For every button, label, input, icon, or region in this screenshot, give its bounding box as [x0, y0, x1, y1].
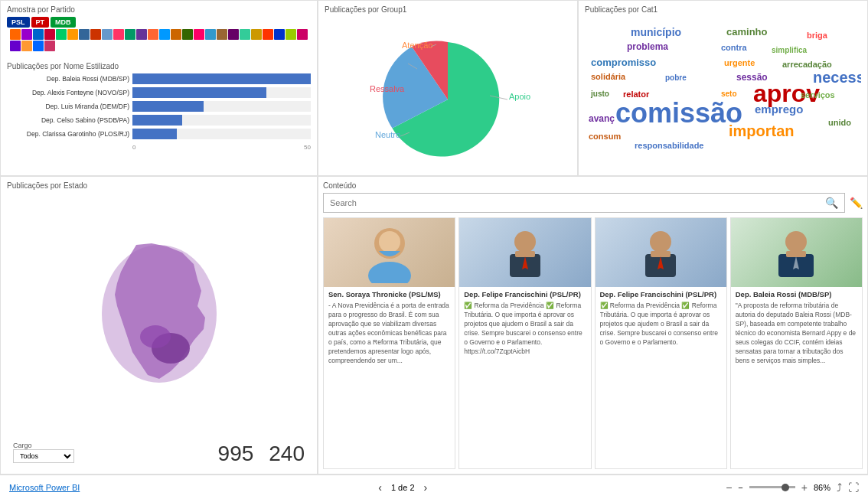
word-simplifica[interactable]: simplifica	[772, 46, 807, 54]
color-block[interactable]	[263, 29, 273, 40]
zoom-plus-button[interactable]: +	[801, 481, 808, 494]
wordcloud-panel: Publicações por Cat1 comissão aprov impo…	[578, 0, 868, 176]
content-card-1[interactable]: Sen. Soraya Thronicke (PSL/MS) - A Nova …	[323, 217, 455, 469]
bar-outer[interactable]	[132, 115, 311, 126]
card-name-3: Dep. Felipe Francischini (PSL/PR)	[600, 290, 722, 299]
bar-label: Dep. Alexis Fonteyne (NOVO/SP)	[7, 89, 129, 96]
color-block[interactable]	[251, 29, 262, 40]
search-box[interactable]: 🔍	[323, 193, 845, 213]
color-block[interactable]	[274, 29, 285, 40]
word-caminho[interactable]: caminho	[726, 26, 767, 38]
color-block[interactable]	[33, 41, 44, 51]
word-compromisso[interactable]: compromisso	[591, 57, 656, 68]
content-card-3[interactable]: Dep. Felipe Francischini (PSL/PR) ✅ Refo…	[595, 217, 727, 469]
word-unido[interactable]: unido	[828, 118, 851, 127]
search-icon[interactable]: 🔍	[825, 197, 838, 209]
color-block[interactable]	[228, 29, 239, 40]
color-block[interactable]	[194, 29, 204, 40]
brazil-highlight2	[140, 325, 171, 348]
fullscreen-icon[interactable]: ⛶	[848, 481, 859, 494]
color-block[interactable]	[56, 29, 67, 40]
cat1-title: Publicações por Cat1	[585, 5, 861, 14]
color-block[interactable]	[125, 29, 135, 40]
color-block[interactable]	[182, 29, 193, 40]
color-block[interactable]	[44, 29, 55, 40]
partido-pt[interactable]: PT	[31, 17, 50, 28]
bar-outer[interactable]	[132, 129, 311, 139]
color-block[interactable]	[10, 41, 21, 51]
color-block[interactable]	[159, 29, 170, 40]
powerbi-link[interactable]: Microsoft Power BI	[9, 483, 80, 492]
partido-mdb[interactable]: MDB	[51, 17, 76, 28]
color-block[interactable]	[90, 29, 101, 40]
color-block[interactable]	[67, 29, 78, 40]
cargo-select[interactable]: Todos Deputado Senador	[13, 449, 74, 463]
color-block[interactable]	[217, 29, 227, 40]
word-pobre[interactable]: pobre	[665, 73, 687, 82]
content-card-2[interactable]: Dep. Felipe Francischini (PSL/PR) ✅ Refo…	[458, 217, 591, 469]
word-justo[interactable]: justo	[591, 90, 609, 98]
bottom-right: − − + 86% ⤴ ⛶	[726, 481, 859, 494]
stat-num-1: 995	[218, 442, 254, 466]
color-block[interactable]	[10, 29, 21, 40]
prev-page-button[interactable]: ‹	[375, 481, 385, 494]
color-block[interactable]	[205, 29, 216, 40]
word-comissao[interactable]: comissão	[615, 97, 742, 129]
color-block[interactable]	[297, 29, 308, 40]
bar-label: Dep. Luis Miranda (DEM/DF)	[7, 103, 129, 110]
content-card-4[interactable]: Dep. Baleia Rossi (MDB/SP) "A proposta d…	[730, 217, 863, 469]
word-problema[interactable]: problema	[627, 41, 668, 52]
card-image-3	[596, 218, 726, 287]
bar-outer[interactable]	[132, 73, 311, 84]
word-servicos[interactable]: serviços	[801, 90, 835, 99]
svg-rect-17	[786, 251, 806, 257]
zoom-slider[interactable]	[749, 486, 795, 488]
color-block[interactable]	[79, 29, 90, 40]
word-emprego[interactable]: emprego	[755, 103, 803, 116]
bar-outer[interactable]	[132, 101, 311, 112]
color-block[interactable]	[102, 29, 113, 40]
word-importan[interactable]: importan	[729, 122, 795, 140]
stat-num-2: 240	[269, 442, 305, 466]
color-block[interactable]	[113, 29, 124, 40]
word-relator[interactable]: relator	[623, 90, 649, 99]
share-icon[interactable]: ⤴	[837, 481, 842, 494]
bar-outer[interactable]	[132, 87, 311, 98]
search-input[interactable]	[330, 198, 825, 207]
partido-panel: Amostra por Partido PSL PT MDB	[0, 0, 318, 176]
group1-title: Publicações por Group1	[325, 5, 571, 14]
word-municipio[interactable]: município	[631, 26, 681, 38]
card-image-1	[324, 218, 455, 287]
word-solidaria[interactable]: solidária	[591, 72, 625, 81]
zoom-minus-button[interactable]: −	[726, 481, 732, 494]
color-block[interactable]	[21, 29, 32, 40]
edit-icon[interactable]: ✏️	[850, 197, 863, 209]
brazil-map[interactable]	[7, 193, 311, 442]
color-block[interactable]	[148, 29, 158, 40]
brazil-svg	[83, 230, 236, 406]
word-responsabilidade[interactable]: responsabilidade	[635, 141, 703, 150]
color-block[interactable]	[171, 29, 181, 40]
word-arrecadacao[interactable]: arrecadação	[782, 60, 832, 69]
color-block[interactable]	[136, 29, 147, 40]
word-contra[interactable]: contra	[721, 43, 747, 52]
word-consum[interactable]: consum	[589, 132, 621, 141]
word-seto[interactable]: seto	[721, 90, 737, 98]
color-block[interactable]	[286, 29, 296, 40]
next-page-button[interactable]: ›	[421, 481, 431, 494]
color-block[interactable]	[21, 41, 32, 51]
word-briga[interactable]: briga	[807, 31, 827, 40]
color-block[interactable]	[44, 41, 55, 51]
word-urgente[interactable]: urgente	[724, 58, 755, 67]
word-sessao[interactable]: sessão	[736, 72, 768, 83]
person-avatar-4	[769, 222, 823, 283]
bar-label: Dep. Celso Sabino (PSDB/PA)	[7, 116, 129, 124]
word-avanco[interactable]: avanç	[589, 113, 615, 124]
color-block[interactable]	[240, 29, 250, 40]
cargo-section: Cargo Todos Deputado Senador	[13, 442, 74, 466]
bar-fill	[132, 87, 266, 98]
zoom-percent: 86%	[814, 483, 830, 492]
partido-psl[interactable]: PSL	[7, 17, 30, 28]
color-block[interactable]	[33, 29, 44, 40]
word-necess[interactable]: necess	[813, 69, 861, 86]
